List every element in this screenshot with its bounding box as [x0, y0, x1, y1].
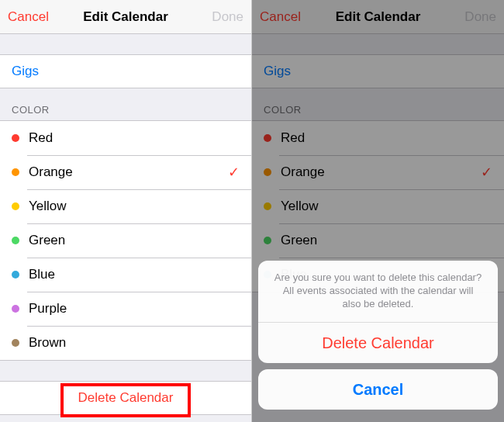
color-dot-icon	[12, 237, 19, 244]
color-option-label: Green	[29, 233, 65, 248]
navbar-title: Edit Calendar	[62, 9, 189, 25]
delete-calendar-label: Delete Calendar	[78, 390, 174, 406]
action-sheet: Are you sure you want to delete this cal…	[258, 261, 498, 416]
color-dot-icon	[12, 271, 19, 278]
checkmark-icon: ✓	[228, 164, 240, 181]
delete-calendar-button[interactable]: Delete Calendar	[0, 381, 251, 415]
color-dot-icon	[12, 305, 19, 313]
color-option-red[interactable]: Red	[0, 121, 251, 155]
color-option-label: Brown	[29, 335, 66, 351]
screen-edit-calendar: Cancel Edit Calendar Done Gigs COLOR Red…	[0, 0, 252, 422]
color-option-blue[interactable]: Blue	[0, 258, 251, 292]
calendar-name-field[interactable]: Gigs	[0, 54, 251, 88]
color-dot-icon	[12, 202, 19, 210]
color-option-yellow[interactable]: Yellow	[0, 189, 251, 223]
calendar-name-value: Gigs	[12, 64, 39, 79]
color-option-label: Blue	[29, 267, 55, 282]
color-option-label: Yellow	[29, 199, 67, 214]
confirm-delete-button[interactable]: Delete Calendar	[258, 323, 498, 363]
color-section-header: COLOR	[0, 88, 251, 120]
action-sheet-cancel-button[interactable]: Cancel	[258, 369, 498, 410]
color-dot-icon	[12, 168, 19, 176]
color-option-orange[interactable]: Orange✓	[0, 155, 251, 189]
screen-delete-confirm: Cancel Edit Calendar Done Gigs COLOR Red…	[252, 0, 504, 422]
color-dot-icon	[12, 339, 19, 347]
done-button: Done	[189, 9, 243, 25]
color-option-green[interactable]: Green	[0, 223, 251, 258]
color-option-label: Orange	[29, 164, 73, 180]
color-option-brown[interactable]: Brown	[0, 326, 251, 360]
color-option-label: Purple	[29, 301, 67, 316]
color-dot-icon	[12, 134, 19, 142]
color-option-purple[interactable]: Purple	[0, 292, 251, 326]
cancel-button[interactable]: Cancel	[8, 9, 62, 25]
color-list: RedOrange✓YellowGreenBluePurpleBrown	[0, 120, 251, 361]
color-option-label: Red	[29, 130, 53, 146]
action-sheet-message: Are you sure you want to delete this cal…	[258, 261, 498, 323]
navbar: Cancel Edit Calendar Done	[0, 0, 251, 34]
